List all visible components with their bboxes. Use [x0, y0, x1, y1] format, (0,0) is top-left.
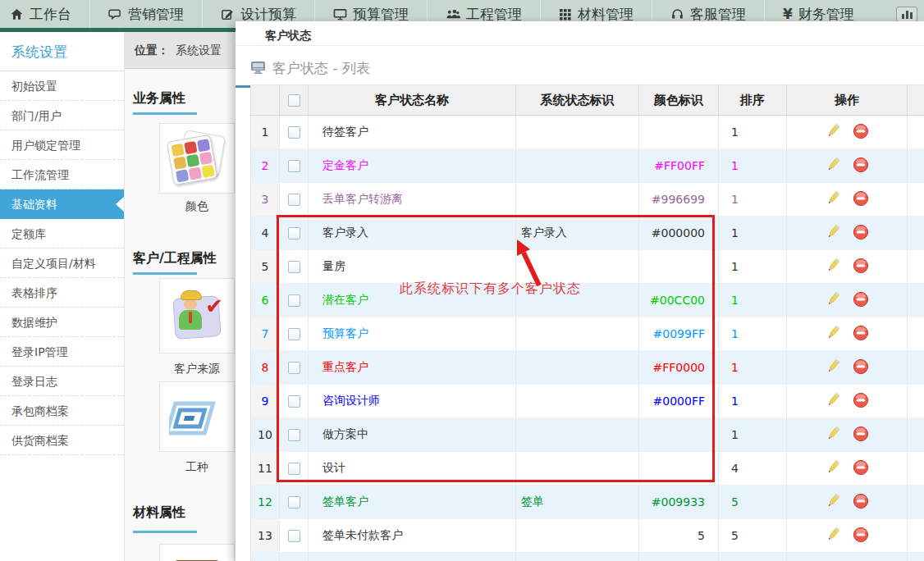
sidebar-item-login-ip[interactable]: 登录IP管理	[0, 337, 124, 367]
pencil-edit-icon[interactable]	[825, 459, 841, 478]
system-flag-cell: 客户录入	[516, 217, 639, 250]
delete-minus-icon[interactable]	[853, 291, 869, 310]
tile-material[interactable]	[159, 544, 235, 561]
delete-minus-icon[interactable]	[853, 493, 869, 512]
header-color-flag: 颜色标识	[639, 85, 719, 116]
select-all-checkbox[interactable]	[288, 94, 300, 107]
sidebar-item-data-maintenance[interactable]: 数据维护	[0, 308, 124, 337]
row-checkbox[interactable]	[288, 429, 300, 441]
sidebar-item-workflow[interactable]: 工作流管理	[0, 160, 124, 189]
system-flag-cell	[516, 519, 639, 553]
sort-cell: 1	[719, 149, 787, 183]
row-number: 3	[251, 183, 280, 217]
middle-column: 位置：系统设置 业务属性 颜色 客户/工程属性 ✔ 客户来源 工种 材料属性	[125, 32, 236, 561]
status-name-cell: 量房	[309, 250, 516, 284]
system-flag-cell	[516, 250, 639, 284]
nav-item-label: 营销管理	[128, 5, 184, 24]
status-name-cell: 咨询设计师	[309, 385, 516, 418]
sidebar-item-custom-project-material[interactable]: 自定义项目/材料	[0, 249, 124, 278]
sidebar: 系统设置 初始设置 部门/用户 用户锁定管理 工作流管理 基础资料 定额库 自定…	[0, 32, 125, 561]
actions-cell	[787, 284, 908, 317]
pencil-edit-icon[interactable]	[825, 224, 841, 243]
color-flag-cell: #FF0000	[639, 351, 719, 385]
color-flag-cell: #996699	[639, 183, 719, 217]
row-number: 1	[251, 116, 280, 149]
grid-icon	[559, 7, 572, 21]
spacer-cell	[908, 183, 924, 217]
nav-item-label: 工作台	[30, 5, 71, 24]
pencil-edit-icon[interactable]	[825, 426, 841, 445]
pencil-edit-icon[interactable]	[825, 527, 841, 545]
headset-icon	[670, 7, 684, 21]
row-checkbox[interactable]	[288, 496, 300, 509]
pencil-edit-icon[interactable]	[825, 392, 841, 411]
customer-status-table: 客户状态名称 系统状态标识 颜色标识 排序 操作 1待签客户12定金客户#FF0…	[250, 84, 924, 561]
row-checkbox[interactable]	[288, 395, 300, 408]
table-row: 2定金客户#FF00FF1	[251, 149, 924, 183]
sort-cell: 1	[719, 317, 787, 351]
sidebar-item-supplier-archive[interactable]: 供货商档案	[0, 426, 124, 455]
pencil-edit-icon[interactable]	[825, 123, 841, 142]
color-flag-cell	[639, 452, 719, 486]
spacer-cell	[908, 452, 924, 486]
pencil-edit-icon[interactable]	[825, 291, 841, 310]
actions-cell	[787, 116, 908, 149]
row-checkbox[interactable]	[288, 463, 300, 475]
row-checkbox[interactable]	[288, 328, 300, 340]
delete-minus-icon[interactable]	[853, 190, 869, 209]
delete-minus-icon[interactable]	[853, 459, 869, 478]
bar-chart-icon[interactable]	[896, 7, 917, 22]
color-flag-cell: #FF00FF	[639, 149, 719, 183]
sidebar-item-user-lock[interactable]: 用户锁定管理	[0, 130, 124, 160]
delete-minus-icon[interactable]	[853, 426, 869, 445]
pencil-edit-icon[interactable]	[825, 157, 841, 176]
pencil-edit-icon[interactable]	[825, 258, 841, 276]
delete-minus-icon[interactable]	[853, 258, 869, 276]
delete-minus-icon[interactable]	[853, 358, 869, 377]
color-flag-cell: #000000	[639, 217, 719, 250]
actions-cell	[787, 250, 908, 284]
sidebar-item-login-log[interactable]: 登录日志	[0, 367, 124, 396]
table-row: 12签单客户签单#0099335	[251, 486, 924, 519]
home-icon	[10, 7, 24, 21]
tile-work-type[interactable]	[159, 381, 235, 452]
sort-cell: 1	[719, 418, 787, 452]
row-checkbox[interactable]	[288, 530, 300, 542]
row-number: 12	[251, 486, 280, 519]
row-checkbox-cell	[280, 149, 309, 183]
sidebar-item-initial-settings[interactable]: 初始设置	[0, 71, 124, 101]
delete-minus-icon[interactable]	[853, 123, 869, 142]
spacer-cell	[908, 385, 924, 418]
tile-label-color: 颜色	[159, 199, 235, 214]
delete-minus-icon[interactable]	[853, 325, 869, 344]
nav-item-marketing[interactable]: 营销管理	[89, 0, 202, 28]
table-row: 4客户录入客户录入#0000001	[251, 217, 924, 250]
pencil-edit-icon[interactable]	[825, 493, 841, 512]
row-checkbox[interactable]	[288, 160, 300, 172]
nav-item-workbench[interactable]: 工作台	[0, 0, 89, 28]
sidebar-item-basic-data[interactable]: 基础资料	[0, 189, 124, 219]
spacer-cell	[908, 519, 924, 553]
sidebar-item-quota-library[interactable]: 定额库	[0, 219, 124, 249]
delete-minus-icon[interactable]	[853, 392, 869, 411]
tile-color[interactable]	[159, 123, 235, 194]
pencil-edit-icon[interactable]	[825, 358, 841, 377]
row-checkbox[interactable]	[288, 362, 300, 374]
row-checkbox[interactable]	[288, 126, 300, 139]
spacer-cell	[908, 284, 924, 317]
pencil-edit-icon[interactable]	[825, 190, 841, 209]
row-checkbox[interactable]	[288, 261, 300, 273]
tile-customer-source[interactable]: ✔	[159, 278, 235, 353]
header-sort: 排序	[719, 85, 787, 116]
sidebar-item-table-sort[interactable]: 表格排序	[0, 278, 124, 308]
sidebar-item-departments-users[interactable]: 部门/用户	[0, 101, 124, 130]
sidebar-item-contractor-archive[interactable]: 承包商档案	[0, 396, 124, 426]
delete-minus-icon[interactable]	[853, 224, 869, 243]
row-checkbox[interactable]	[288, 294, 300, 307]
pencil-edit-icon[interactable]	[825, 325, 841, 344]
system-flag-cell	[516, 116, 639, 149]
row-checkbox[interactable]	[288, 227, 300, 239]
delete-minus-icon[interactable]	[853, 527, 869, 545]
row-checkbox[interactable]	[288, 194, 300, 206]
delete-minus-icon[interactable]	[853, 157, 869, 176]
